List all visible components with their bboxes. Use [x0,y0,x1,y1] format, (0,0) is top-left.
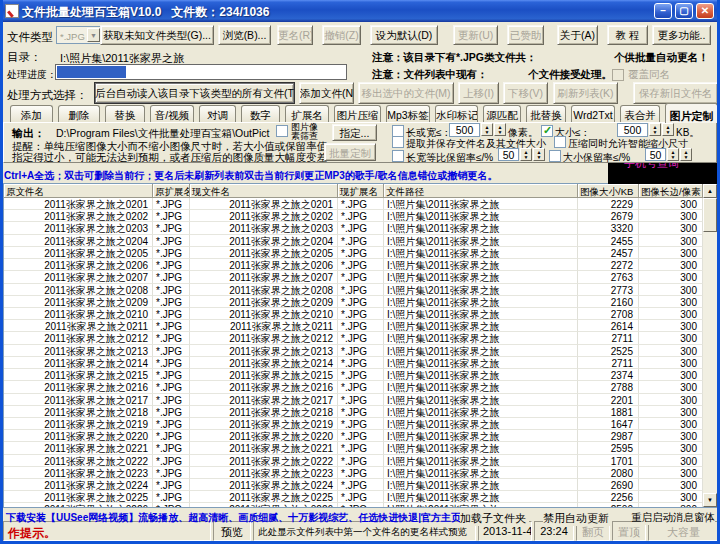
method-button[interactable]: 下移(V) [503,82,548,104]
sizeratio-checkbox[interactable] [549,150,561,162]
tab[interactable]: 对调 [199,105,236,122]
tab[interactable]: 替换 [105,105,145,122]
cell-new-ext: *.JPG [338,296,384,308]
table-row[interactable]: 2011张家界之旅之0225 *.JPG 2011张家界之旅之0225 *.JP… [4,491,717,503]
scroll-down-icon[interactable]: ▼ [703,493,717,507]
table-row[interactable]: 2011张家界之旅之0204 *.JPG 2011张家界之旅之0204 *.JP… [4,235,717,247]
vertical-scrollbar[interactable]: ▲ ▼ [703,184,717,507]
table-row[interactable]: 2011张家界之旅之0226 *.JPG 2011张家界之旅之0226 *.JP… [4,503,717,508]
chevron-down-icon[interactable]: ▼ [87,28,100,42]
table-row[interactable]: 2011张家界之旅之0214 *.JPG 2011张家界之旅之0214 *.JP… [4,357,717,369]
table-row[interactable]: 2011张家界之旅之0206 *.JPG 2011张家界之旅之0206 *.JP… [4,259,717,271]
tab[interactable]: 源匹配 [483,105,521,122]
minimize-button[interactable]: – [654,3,672,19]
tab[interactable]: 图片定制 [665,103,718,123]
method-button[interactable]: 移出选中的文件(M) [358,82,454,104]
smart-shrink-checkbox[interactable] [554,136,566,148]
table-row[interactable]: 2011张家界之旅之0208 *.JPG 2011张家界之旅之0208 *.JP… [4,284,717,296]
specify-button[interactable]: 指定... [332,124,377,141]
maximize-button[interactable]: ▢ [675,3,693,19]
tab[interactable]: 删除 [58,105,100,122]
col-new-ext[interactable]: 现扩展名 [338,184,384,198]
tab[interactable]: 音/视频 [150,105,194,122]
col-new-name[interactable]: 现文件名 [190,184,338,198]
toolbar-button[interactable]: 教 程 [607,25,648,45]
cell-longside: 300 [639,369,703,381]
toolbar-button[interactable]: 更新(U) [453,25,498,45]
table-row[interactable]: 2011张家界之旅之0212 *.JPG 2011张家界之旅之0212 *.JP… [4,332,717,344]
table-row[interactable]: 2011张家界之旅之0210 *.JPG 2011张家界之旅之0210 *.JP… [4,308,717,320]
toolbar-button[interactable]: 关于(A) [557,25,598,45]
ratio-input[interactable]: 50 [498,148,519,161]
method-button[interactable]: 后台自动读入该目录下该类型的所有文件(T) [94,82,295,104]
cell-orig-name: 2011张家界之旅之0210 [4,308,153,320]
scroll-up-icon[interactable]: ▲ [703,184,717,198]
sizeratio-input[interactable]: 50 [645,148,666,161]
toolbar-button[interactable]: 更名(R) [277,25,313,45]
table-row[interactable]: 2011张家界之旅之0220 *.JPG 2011张家界之旅之0220 *.JP… [4,430,717,442]
cell-new-ext: *.JPG [338,284,384,296]
col-orig-ext[interactable]: 原扩展名 [153,184,190,198]
table-row[interactable]: 2011张家界之旅之0205 *.JPG 2011张家界之旅之0205 *.JP… [4,247,717,259]
cell-path: I:\照片集\2011张家界之旅 [384,332,578,344]
method-button[interactable]: 添加文件(N) [299,82,354,104]
col-size[interactable]: 图像大小/KB [578,184,639,198]
table-row[interactable]: 2011张家界之旅之0213 *.JPG 2011张家界之旅之0213 *.JP… [4,345,717,357]
cell-new-name: 2011张家界之旅之0202 [190,210,338,222]
method-button[interactable]: 上移(I) [458,82,499,104]
toolbar-button[interactable]: 撤销(Z) [322,25,361,45]
spinner-icon[interactable]: ▲▼ [533,148,545,161]
col-path[interactable]: 文件路径 [384,184,578,198]
table-row[interactable]: 2011张家界之旅之0207 *.JPG 2011张家界之旅之0207 *.JP… [4,271,717,283]
tab[interactable]: 扩展名 [285,105,329,122]
ad-link[interactable]: 下载安装【UUSee网络视频】流畅播放、超高清晰、画质细腻、十万影视综艺、任选快… [6,511,481,525]
table-row[interactable]: 2011张家界之旅之0209 *.JPG 2011张家界之旅之0209 *.JP… [4,296,717,308]
toolbar-button[interactable]: 设为默认(D) [370,25,438,45]
table-row[interactable]: 2011张家界之旅之0201 *.JPG 2011张家界之旅之0201 *.JP… [4,198,717,210]
tab[interactable]: 数字 [241,105,280,122]
table-row[interactable]: 2011张家界之旅之0224 *.JPG 2011张家界之旅之0224 *.JP… [4,479,717,491]
table-row[interactable]: 2011张家界之旅之0215 *.JPG 2011张家界之旅之0215 *.JP… [4,369,717,381]
spinner-icon[interactable]: ▲▼ [520,148,532,161]
table-row[interactable]: 2011张家界之旅之0223 *.JPG 2011张家界之旅之0223 *.JP… [4,467,717,479]
toolbar-button[interactable]: 获取未知文件类型(G)... [100,25,214,45]
table-row[interactable]: 2011张家界之旅之0203 *.JPG 2011张家界之旅之0203 *.JP… [4,222,717,234]
table-row[interactable]: 2011张家界之旅之0216 *.JPG 2011张家界之旅之0216 *.JP… [4,381,717,393]
tab[interactable]: 水印标记 [435,105,478,122]
cell-size: 2595 [578,442,639,454]
pixel-filter-checkbox[interactable] [276,125,288,137]
col-longside[interactable]: 图像长边/像素 [639,184,703,198]
tab[interactable]: 图片压缩 [334,105,381,122]
overwrite-checkbox[interactable] [612,69,624,81]
tab-panel: 输出： D:\Program Files\文件批量处理百宝箱\OutPict 图… [3,122,717,163]
table-row[interactable]: 2011张家界之旅之0202 *.JPG 2011张家界之旅之0202 *.JP… [4,210,717,222]
scroll-thumb[interactable] [703,198,717,232]
table-row[interactable]: 2011张家界之旅之0218 *.JPG 2011张家界之旅之0218 *.JP… [4,406,717,418]
cell-longside: 300 [639,247,703,259]
tab[interactable]: 添加 [10,105,53,122]
tab[interactable]: 表合并 [620,105,660,122]
extract-checkbox[interactable] [392,136,404,148]
table-row[interactable]: 2011张家界之旅之0211 *.JPG 2011张家界之旅之0211 *.JP… [4,320,717,332]
close-button[interactable]: ✕ [696,3,714,19]
table-row[interactable]: 2011张家界之旅之0219 *.JPG 2011张家界之旅之0219 *.JP… [4,418,717,430]
toolbar-button[interactable]: 更多功能.. [652,25,711,45]
cell-size: 2455 [578,235,639,247]
spinner-icon[interactable]: ▲▼ [680,148,692,161]
batch-customize-button[interactable]: 批量定制 [324,143,376,161]
title-bar: 文件批量处理百宝箱V10.0 文件数：234/1036 – ▢ ✕ [0,0,720,22]
toolbar-button[interactable]: 浏览(B)... [218,25,271,45]
tab[interactable]: Wrd2Txt [571,105,615,122]
ratio-checkbox[interactable] [392,150,404,162]
table-row[interactable]: 2011张家界之旅之0217 *.JPG 2011张家界之旅之0217 *.JP… [4,394,717,406]
file-type-combobox[interactable]: *.JPG ▼ [56,26,102,44]
col-orig-name[interactable]: 原文件名 [4,184,153,198]
spinner-icon[interactable]: ▲▼ [667,148,679,161]
toolbar-button[interactable]: 已赞助 [507,25,544,45]
tab[interactable]: 批替换 [526,105,566,122]
table-row[interactable]: 2011张家界之旅之0221 *.JPG 2011张家界之旅之0221 *.JP… [4,442,717,454]
table-row[interactable]: 2011张家界之旅之0222 *.JPG 2011张家界之旅之0222 *.JP… [4,455,717,467]
method-button[interactable]: 刷新列表(K) [553,82,618,104]
method-button[interactable]: 保存新旧文件名 [633,82,718,104]
tab[interactable]: Mp3标签 [386,105,430,122]
